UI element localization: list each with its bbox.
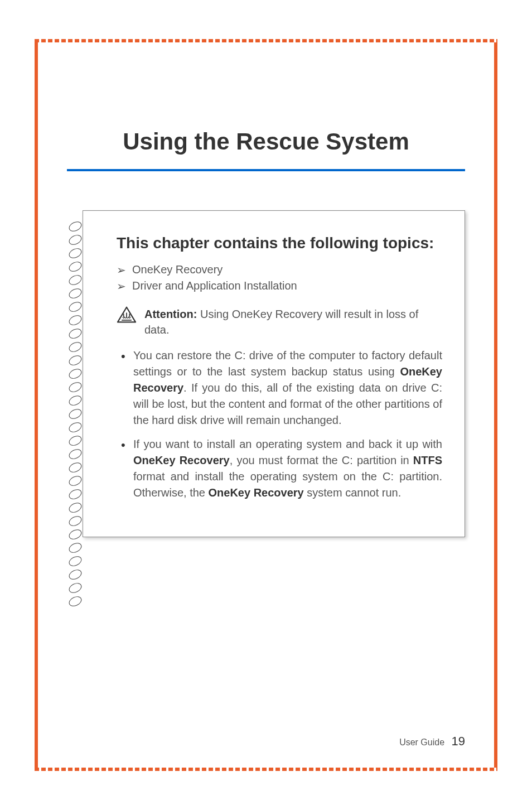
attention-label: Attention: <box>144 308 197 320</box>
bottom-dashed-border <box>35 768 497 771</box>
topic-list: OneKey Recovery Driver and Application I… <box>117 263 442 292</box>
attention-block: Attention: Using OneKey Recovery will re… <box>117 306 442 338</box>
chapter-title: Using the Rescue System <box>67 128 465 155</box>
attention-text: Attention: Using OneKey Recovery will re… <box>144 306 442 338</box>
title-underline <box>67 169 465 171</box>
bullet-text: You can restore the C: drive of the comp… <box>133 349 442 378</box>
section-heading: This chapter contains the following topi… <box>117 233 442 253</box>
page-number: 19 <box>452 734 465 748</box>
bullet-list: You can restore the C: drive of the comp… <box>117 348 442 501</box>
footer-label: User Guide <box>399 737 444 747</box>
bullet-item: You can restore the C: drive of the comp… <box>117 348 442 428</box>
top-dashed-border <box>35 39 497 42</box>
bullet-text: , you must format the C: partition in <box>230 454 413 466</box>
bullet-item: If you want to install an operating syst… <box>117 436 442 501</box>
info-box: This chapter contains the following topi… <box>83 210 465 537</box>
attention-icon <box>117 306 137 324</box>
content-area: Using the Rescue System This chapter con… <box>67 73 465 743</box>
topic-item: OneKey Recovery <box>117 263 442 276</box>
page-footer: User Guide 19 <box>399 734 465 749</box>
spiral-binding <box>69 222 84 525</box>
topic-item: Driver and Application Installation <box>117 279 442 292</box>
bullet-bold: OneKey Recovery <box>209 486 304 499</box>
bullet-bold: NTFS <box>413 454 442 466</box>
bullet-text: system cannot run. <box>304 486 402 499</box>
bullet-text: If you want to install an operating syst… <box>133 438 442 450</box>
bullet-bold: OneKey Recovery <box>133 454 230 466</box>
